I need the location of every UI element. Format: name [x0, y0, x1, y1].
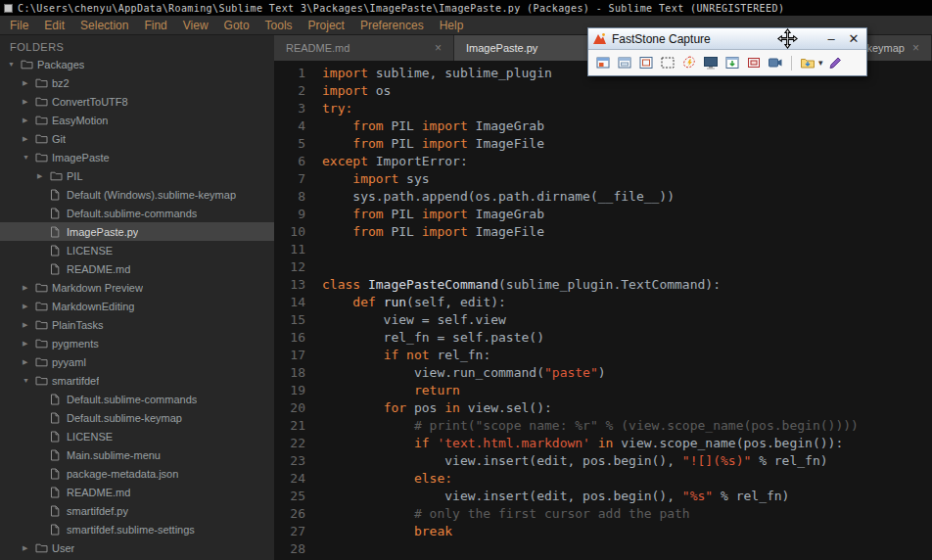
code-line[interactable]: 19 return [274, 383, 932, 400]
tree-folder-markdownediting[interactable]: ▶MarkdownEditing [0, 297, 274, 315]
tree-folder-converttoutf8[interactable]: ▶ConvertToUTF8 [0, 92, 274, 111]
tree-file-imagepaste-py[interactable]: ImagePaste.py [0, 222, 274, 241]
tree-folder-easymotion[interactable]: ▶EasyMotion [0, 111, 274, 129]
tree-folder-smartifdef[interactable]: ▼smartifdef [0, 371, 274, 390]
tree-folder-pyyaml[interactable]: ▶pyyaml [0, 352, 274, 371]
code-line[interactable]: 21 # print("scope name: %r" % (view.scop… [274, 418, 932, 436]
code-line[interactable]: 27 break [274, 524, 932, 541]
edit-settings-icon[interactable] [825, 53, 845, 72]
tree-folder-packages[interactable]: ▼Packages [0, 55, 274, 73]
chevron-right-icon[interactable]: ▶ [23, 98, 35, 106]
chevron-right-icon[interactable]: ▶ [23, 544, 35, 552]
capture-fixed-region-icon[interactable] [744, 53, 764, 72]
menu-tools[interactable]: Tools [257, 16, 301, 35]
chevron-right-icon[interactable]: ▶ [23, 321, 35, 329]
line-number: 1 [274, 66, 305, 83]
code-line[interactable]: 20 for pos in view.sel(): [274, 400, 932, 418]
code-line[interactable]: 2import os [274, 83, 932, 101]
chevron-right-icon[interactable]: ▶ [23, 117, 35, 124]
window-titlebar[interactable]: C:\Users\chenyu\AppData\Roaming\Sublime … [0, 0, 932, 16]
code-line[interactable]: 16 rel_fn = self.paste() [274, 330, 932, 348]
minimize-button[interactable]: – [822, 31, 840, 47]
tree-file-main-sublime-menu[interactable]: Main.sublime-menu [0, 445, 274, 464]
menu-find[interactable]: Find [136, 16, 174, 35]
tree-file-smartifdef-py[interactable]: smartifdef.py [0, 501, 274, 520]
code-line[interactable]: 17 if not rel_fn: [274, 348, 932, 365]
code-line[interactable]: 18 view.run_command("paste") [274, 365, 932, 383]
menu-selection[interactable]: Selection [72, 16, 136, 35]
code-line[interactable]: 12 [274, 259, 932, 277]
tree-folder-user[interactable]: ▶User [0, 538, 274, 557]
capture-fullscreen-icon[interactable] [701, 53, 721, 72]
code-area[interactable]: 1import sublime, sublime_plugin2import o… [274, 61, 932, 560]
code-line[interactable]: 24 else: [274, 471, 932, 489]
chevron-right-icon[interactable]: ▶ [37, 172, 50, 180]
capture-rect-region-icon[interactable] [658, 53, 677, 72]
tab-close-icon[interactable]: × [427, 41, 442, 55]
faststone-window[interactable]: FastStone Capture – ✕ ▾ [587, 27, 867, 76]
code-line[interactable]: 6except ImportError: [274, 154, 932, 171]
code-line[interactable]: 22 if 'text.html.markdown' in view.scope… [274, 436, 932, 453]
tree-file-default-sublime-commands[interactable]: Default.sublime-commands [0, 390, 274, 408]
close-button[interactable]: ✕ [845, 31, 862, 47]
chevron-down-icon[interactable]: ▼ [23, 377, 35, 384]
code-line[interactable]: 13class ImagePasteCommand(sublime_plugin… [274, 277, 932, 295]
tree-folder-imagepaste[interactable]: ▼ImagePaste [0, 148, 274, 166]
capture-active-window-icon[interactable] [593, 53, 613, 72]
tree-file-default-sublime-commands[interactable]: Default.sublime-commands [0, 204, 274, 222]
chevron-right-icon[interactable]: ▶ [23, 284, 35, 292]
tab-close-icon[interactable]: × [912, 41, 919, 55]
code-line[interactable]: 10 from PIL import ImageFile [274, 224, 932, 242]
capture-object-icon[interactable] [636, 53, 656, 72]
chevron-right-icon[interactable]: ▶ [23, 135, 35, 143]
capture-window-icon[interactable] [615, 53, 634, 72]
menu-view[interactable]: View [175, 16, 216, 35]
code-line[interactable]: 4 from PIL import ImageGrab [274, 118, 932, 136]
tree-folder-markdown-preview[interactable]: ▶Markdown Preview [0, 278, 274, 297]
tab-readme-md[interactable]: README.md× [274, 35, 454, 61]
chevron-down-icon[interactable]: ▼ [8, 61, 21, 68]
code-line[interactable]: 5 from PIL import ImageFile [274, 136, 932, 154]
tree-file-package-metadata-json[interactable]: package-metadata.json [0, 464, 274, 483]
code-line[interactable]: 7 import sys [274, 171, 932, 189]
menu-help[interactable]: Help [432, 16, 472, 35]
tree-file-default-sublime-keymap[interactable]: Default.sublime-keymap [0, 408, 274, 427]
screen-recorder-icon[interactable] [766, 53, 785, 72]
code-line[interactable]: 23 view.insert(edit, pos.begin(), "![](%… [274, 453, 932, 471]
chevron-right-icon[interactable]: ▶ [23, 340, 35, 348]
tree-file-license[interactable]: LICENSE [0, 427, 274, 445]
code-line[interactable]: 25 view.insert(edit, pos.begin(), "%s" %… [274, 489, 932, 506]
code-line[interactable]: 26 # only the first cursor add the path [274, 506, 932, 524]
code-line[interactable]: 3try: [274, 101, 932, 118]
menu-file[interactable]: File [2, 16, 36, 35]
chevron-right-icon[interactable]: ▶ [23, 303, 35, 310]
tree-file-readme-md[interactable]: README.md [0, 483, 274, 501]
tree-folder-git[interactable]: ▶Git [0, 129, 274, 148]
faststone-titlebar[interactable]: FastStone Capture – ✕ [588, 28, 866, 50]
code-line[interactable]: 28 [274, 541, 932, 559]
capture-scrolling-icon[interactable] [722, 53, 742, 72]
code-line[interactable]: 8 sys.path.append(os.path.dirname(__file… [274, 189, 932, 207]
output-folder-icon[interactable] [798, 53, 817, 72]
code-line[interactable]: 14 def run(self, edit): [274, 295, 932, 312]
code-line[interactable]: 15 view = self.view [274, 312, 932, 330]
tree-file-default-windows-sublime-keymap[interactable]: Default (Windows).sublime-keymap [0, 185, 274, 204]
tree-file-readme-md[interactable]: README.md [0, 259, 274, 278]
menu-preferences[interactable]: Preferences [352, 16, 432, 35]
tree-folder-bz2[interactable]: ▶bz2 [0, 73, 274, 92]
code-line[interactable]: 9 from PIL import ImageGrab [274, 207, 932, 224]
chevron-down-icon[interactable]: ▼ [23, 154, 35, 161]
capture-freehand-icon[interactable] [679, 53, 699, 72]
output-dropdown-arrow[interactable]: ▾ [818, 58, 823, 68]
tree-file-license[interactable]: LICENSE [0, 241, 274, 259]
tree-folder-pil[interactable]: ▶PIL [0, 166, 274, 185]
tree-folder-plaintasks[interactable]: ▶PlainTasks [0, 315, 274, 334]
menu-edit[interactable]: Edit [36, 16, 72, 35]
menu-goto[interactable]: Goto [216, 16, 257, 35]
tree-file-smartifdef-sublime-settings[interactable]: smartifdef.sublime-settings [0, 520, 274, 538]
chevron-right-icon[interactable]: ▶ [23, 358, 35, 366]
tree-folder-pygments[interactable]: ▶pygments [0, 334, 274, 352]
code-line[interactable]: 11 [274, 242, 932, 259]
chevron-right-icon[interactable]: ▶ [23, 79, 35, 87]
menu-project[interactable]: Project [301, 16, 352, 35]
